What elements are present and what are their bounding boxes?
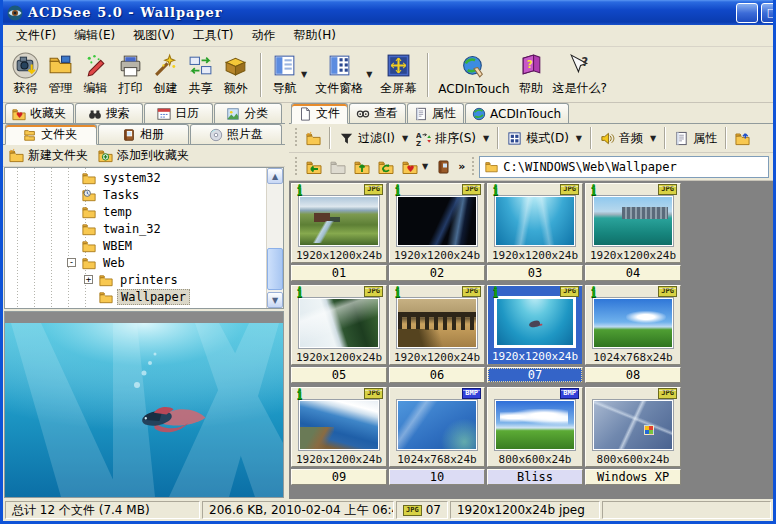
- thumbnail-image[interactable]: [497, 299, 573, 345]
- preview-pane[interactable]: [4, 311, 284, 498]
- browser-tab-2[interactable]: 属性: [407, 103, 464, 123]
- file-item-10[interactable]: BMP1024x768x24b10: [389, 387, 485, 485]
- folder-action-1[interactable]: 添加到收藏夹: [98, 147, 189, 164]
- minimize-button[interactable]: _: [736, 3, 758, 23]
- tree-scrollbar[interactable]: ▲ ▼: [266, 168, 283, 308]
- file-name-label[interactable]: 03: [487, 265, 583, 281]
- expand-icon[interactable]: +: [84, 275, 93, 284]
- browser-toolbar-button-5[interactable]: 属性: [670, 128, 721, 149]
- file-name-label[interactable]: 10: [389, 469, 485, 485]
- file-item-02[interactable]: iJPG1920x1200x24b02: [389, 183, 485, 281]
- dropdown-arrow-icon[interactable]: ▼: [576, 134, 582, 143]
- toolbar-button-7[interactable]: 导航▼: [268, 50, 310, 99]
- toolbar-button-10[interactable]: ACDInTouch: [435, 52, 512, 98]
- tab-3[interactable]: 分类: [214, 103, 282, 123]
- file-name-label[interactable]: Windows XP: [585, 469, 681, 485]
- pathbar-grip[interactable]: [471, 157, 476, 177]
- file-item-07[interactable]: iJPG1920x1200x24b07: [487, 285, 583, 383]
- file-tile[interactable]: iJPG1920x1200x24b: [487, 183, 583, 263]
- album-small-button[interactable]: [431, 157, 455, 177]
- dropdown-arrow-icon[interactable]: ▼: [650, 134, 656, 143]
- menu-item-1[interactable]: 编辑(E): [65, 24, 124, 47]
- tab-1[interactable]: 搜索: [75, 103, 143, 123]
- browser-tab-3[interactable]: ACDInTouch: [465, 103, 569, 123]
- file-tile[interactable]: iJPG1920x1200x24b: [389, 285, 485, 365]
- file-item-06[interactable]: iJPG1920x1200x24b06: [389, 285, 485, 383]
- file-name-label[interactable]: 02: [389, 265, 485, 281]
- thumbnail-image[interactable]: [398, 299, 476, 347]
- dropdown-arrow-icon[interactable]: ▼: [483, 134, 489, 143]
- toolbar-button-4[interactable]: 创建: [149, 50, 182, 99]
- tab-0[interactable]: 文件夹: [5, 124, 97, 145]
- file-tile[interactable]: iJPG1920x1200x24b: [291, 285, 387, 365]
- thumbnail-image[interactable]: [398, 197, 476, 245]
- file-name-label[interactable]: 04: [585, 265, 681, 281]
- browser-tab-0[interactable]: 文件: [291, 103, 348, 124]
- file-tile[interactable]: iJPG1920x1200x24b: [291, 387, 387, 467]
- tree-item-Wallpaper[interactable]: Wallpaper: [5, 288, 266, 305]
- browser-toolbar-button-0[interactable]: [302, 129, 325, 148]
- menu-item-5[interactable]: 帮助(H): [285, 24, 345, 47]
- thumbnail-image[interactable]: [594, 401, 672, 449]
- file-tile[interactable]: iJPG1024x768x24b: [585, 285, 681, 365]
- toolbar-button-9[interactable]: 全屏幕: [377, 50, 419, 99]
- file-item-Bliss[interactable]: BMP800x600x24bBliss: [487, 387, 583, 485]
- browser-toolbar-button-6[interactable]: [731, 129, 754, 148]
- tree-item-Web[interactable]: -Web: [5, 254, 266, 271]
- tab-2[interactable]: 照片盘: [190, 124, 282, 144]
- thumbnail-image[interactable]: [496, 197, 574, 245]
- menu-item-2[interactable]: 视图(V): [124, 24, 184, 47]
- menu-item-4[interactable]: 动作: [243, 24, 285, 47]
- toolbar-button-2[interactable]: 编辑: [79, 50, 112, 99]
- file-name-label[interactable]: 09: [291, 469, 387, 485]
- tab-2[interactable]: 日历: [144, 103, 212, 123]
- tree-item-Tasks[interactable]: Tasks: [5, 186, 266, 203]
- refresh-button[interactable]: [374, 157, 398, 177]
- file-tile[interactable]: JPG800x600x24b: [585, 387, 681, 467]
- file-name-label[interactable]: Bliss: [487, 469, 583, 485]
- file-name-label[interactable]: 08: [585, 367, 681, 383]
- scroll-up-button[interactable]: ▲: [267, 168, 283, 184]
- file-tile[interactable]: iJPG1920x1200x24b: [291, 183, 387, 263]
- file-item-09[interactable]: iJPG1920x1200x24b09: [291, 387, 387, 485]
- file-item-03[interactable]: iJPG1920x1200x24b03: [487, 183, 583, 281]
- toolbar-grip[interactable]: [294, 128, 299, 148]
- thumbnail-image[interactable]: [300, 299, 378, 347]
- browser-toolbar-button-3[interactable]: 模式(D)▼: [503, 128, 586, 149]
- toolbar-overflow-button[interactable]: »: [458, 160, 465, 173]
- toolbar-grip[interactable]: [294, 157, 299, 177]
- toolbar-button-11[interactable]: ?帮助: [515, 50, 548, 99]
- browser-toolbar-button-1[interactable]: 过滤(I)▼: [335, 128, 412, 149]
- file-name-label[interactable]: 05: [291, 367, 387, 383]
- thumbnail-image[interactable]: [300, 401, 378, 449]
- path-input[interactable]: C:\WINDOWS\Web\Wallpaper: [479, 156, 769, 178]
- file-tile[interactable]: iJPG1920x1200x24b: [487, 285, 583, 365]
- folder-action-0[interactable]: 新建文件夹: [9, 147, 88, 164]
- tree-item-WBEM[interactable]: WBEM: [5, 237, 266, 254]
- browser-tab-1[interactable]: 查看: [349, 103, 406, 123]
- thumbnail-image[interactable]: [300, 197, 378, 245]
- browser-toolbar-button-2[interactable]: AZ排序(S)▼: [412, 128, 493, 149]
- tree-item-printers[interactable]: +printers: [5, 271, 266, 288]
- file-item-05[interactable]: iJPG1920x1200x24b05: [291, 285, 387, 383]
- file-tile[interactable]: BMP1024x768x24b: [389, 387, 485, 467]
- file-item-Windows XP[interactable]: JPG800x600x24bWindows XP: [585, 387, 681, 485]
- toolbar-button-3[interactable]: 打印: [114, 50, 147, 99]
- file-name-label[interactable]: 06: [389, 367, 485, 383]
- tab-1[interactable]: 相册: [98, 124, 190, 144]
- dropdown-arrow-icon[interactable]: ▼: [301, 70, 307, 79]
- file-tile[interactable]: iJPG1920x1200x24b: [389, 183, 485, 263]
- file-name-label[interactable]: 07: [487, 367, 583, 383]
- file-item-08[interactable]: iJPG1024x768x24b08: [585, 285, 681, 383]
- scroll-down-button[interactable]: ▼: [267, 292, 283, 308]
- forward-button[interactable]: [326, 157, 350, 177]
- maximize-button[interactable]: □: [761, 3, 773, 23]
- thumbnail-image[interactable]: [496, 401, 574, 449]
- title-bar[interactable]: ACDSee 5.0 - Wallpaper _ □: [3, 0, 773, 25]
- dropdown-arrow-icon[interactable]: ▼: [402, 134, 408, 143]
- toolbar-button-8[interactable]: 文件窗格▼: [312, 50, 375, 99]
- toolbar-button-12[interactable]: ?这是什么?: [550, 50, 610, 99]
- back-button[interactable]: [302, 157, 326, 177]
- menu-item-3[interactable]: 工具(T): [184, 24, 243, 47]
- dropdown-arrow-icon[interactable]: ▼: [422, 162, 428, 171]
